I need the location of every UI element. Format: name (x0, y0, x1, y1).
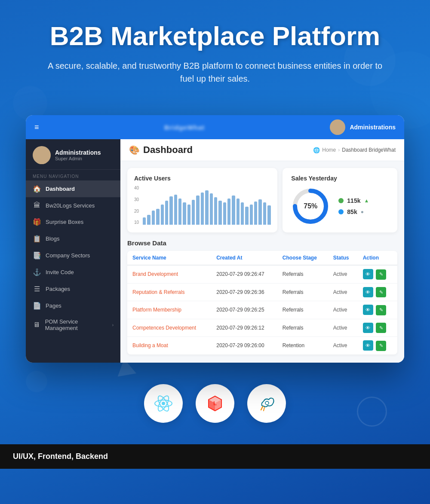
chart-title: Active Users (134, 175, 270, 182)
donut-chart: 75% (291, 187, 330, 226)
status-badge: Active (333, 289, 347, 295)
service-link[interactable]: Building a Moat (132, 342, 168, 348)
cell-action: 👁 ✎ (358, 319, 397, 337)
sidebar-item-blogs[interactable]: 📋 Blogs (26, 230, 120, 247)
page-subtitle: A secure, scalable, and trustworthy B2B … (47, 59, 383, 85)
table-row: Building a Moat 2020-07-29 09:26:00 Rete… (127, 337, 397, 354)
table-row: Platform Membership 2020-07-29 09:26:25 … (127, 301, 397, 319)
cell-status: Active (328, 283, 358, 301)
sidebar-item-label: Invite Code (46, 269, 74, 275)
sidebar-nav: 🏠 Dashboard 🏛 Bw20Logs Services 🎁 Surpri… (26, 180, 120, 363)
cell-service: Reputation & Referrals (127, 283, 211, 301)
cell-service: Competences Development (127, 319, 211, 337)
sidebar-item-packages[interactable]: ☰ Packages (26, 281, 120, 297)
packages-icon: ☰ (33, 285, 41, 293)
topbar-admin-name: Administrations (350, 124, 396, 131)
bar-item (263, 202, 266, 225)
sidebar-item-surprise[interactable]: 🎁 Surprise Boxes (26, 214, 120, 230)
breadcrumb-home: Home (322, 147, 336, 153)
sidebar-item-label: Bw20Logs Services (46, 202, 95, 209)
bar-item (214, 197, 217, 225)
status-badge: Active (333, 271, 347, 277)
table-row: Reputation & Referrals 2020-07-29 09:26:… (127, 283, 397, 301)
logs-icon: 🏛 (33, 202, 41, 209)
bar-item (241, 202, 244, 225)
hamburger-icon[interactable]: ≡ (34, 123, 39, 132)
legend-item-115k: 115k ▲ (338, 197, 369, 204)
service-link[interactable]: Reputation & Referrals (132, 289, 184, 295)
edit-button[interactable]: ✎ (376, 305, 386, 315)
view-button[interactable]: 👁 (363, 287, 373, 297)
stats-row: Active Users 40 30 20 10 (120, 161, 404, 232)
laravel-icon: L (205, 394, 225, 413)
topbar-right: Administrations (330, 119, 396, 135)
edit-button[interactable]: ✎ (376, 269, 386, 280)
bar-item (143, 217, 146, 225)
pages-icon: 📄 (33, 302, 41, 310)
cell-service: Building a Moat (127, 337, 211, 354)
edit-button[interactable]: ✎ (376, 323, 386, 333)
sidebar-item-company-sectors[interactable]: 📑 Company Sectors (26, 247, 120, 264)
chevron-right-icon: › (112, 323, 114, 327)
bar-item (147, 215, 150, 225)
service-link[interactable]: Brand Development (132, 271, 178, 277)
y-axis-labels: 40 30 20 10 (134, 186, 139, 225)
sidebar-user-info: Administrations Super Admin (55, 149, 101, 161)
app-logo: BridgeWhat (164, 124, 205, 131)
sidebar-item-pom-service[interactable]: 🖥 POM Service Management › (26, 314, 120, 336)
browse-data-section: Browse Data Service Name Created At Choo… (120, 232, 404, 363)
status-badge: Active (333, 325, 347, 331)
svg-point-1 (333, 128, 342, 135)
bar-item (161, 205, 164, 225)
dashboard-icon: 🎨 (129, 145, 140, 155)
svg-point-11 (265, 401, 269, 405)
status-badge: Active (333, 342, 347, 348)
sidebar-item-label: POM Service Management (45, 318, 108, 331)
y-label-40: 40 (134, 186, 139, 190)
active-users-card: Active Users 40 30 20 10 (127, 168, 277, 232)
cell-service: Platform Membership (127, 301, 211, 319)
cell-stage: Referrals (277, 301, 328, 319)
view-button[interactable]: 👁 (363, 323, 373, 333)
app-window: ≡ BridgeWhat Administrations (26, 115, 404, 363)
sidebar-item-pages[interactable]: 📄 Pages (26, 297, 120, 314)
service-link[interactable]: Competences Development (132, 325, 196, 331)
bars-area (143, 186, 270, 225)
cell-action: 👁 ✎ (358, 337, 397, 354)
view-button[interactable]: 👁 (363, 305, 373, 315)
edit-button[interactable]: ✎ (376, 287, 386, 297)
sidebar-item-bw20logs[interactable]: 🏛 Bw20Logs Services (26, 197, 120, 214)
svg-point-3 (36, 156, 47, 164)
sidebar-item-invite-code[interactable]: ⚓ Invite Code (26, 264, 120, 281)
legend-label-115k: 115k (347, 197, 360, 204)
header-section: B2B Marketplace Platform A secure, scala… (0, 0, 430, 115)
surprise-icon: 🎁 (33, 218, 41, 226)
browse-data-title: Browse Data (127, 239, 397, 247)
status-badge: Active (333, 307, 347, 313)
sidebar-item-dashboard[interactable]: 🏠 Dashboard (26, 180, 120, 197)
app-topbar: ≡ BridgeWhat Administrations (26, 115, 404, 139)
bar-item (223, 202, 226, 225)
bar-item (236, 199, 240, 225)
sidebar-username: Administrations (55, 149, 101, 156)
breadcrumb: 🌐 Home › Dashboard BridgeWhat (313, 147, 396, 153)
service-link[interactable]: Platform Membership (132, 307, 181, 313)
main-content: 🎨 Dashboard 🌐 Home › Dashboard BridgeWha… (120, 139, 404, 363)
topbar-avatar (330, 119, 345, 135)
col-choose-stage: Choose Stage (277, 251, 328, 265)
company-sectors-icon: 📑 (33, 251, 41, 260)
bar-item (178, 199, 181, 225)
cell-action: 👁 ✎ (358, 265, 397, 283)
sidebar: Administrations Super Admin Menu Navigat… (26, 139, 120, 363)
legend-label-85k: 85k (347, 208, 357, 215)
view-button[interactable]: 👁 (363, 269, 373, 279)
sales-legend: 115k ▲ 85k ● (338, 197, 369, 215)
cell-service: Brand Development (127, 265, 211, 283)
page-title: B2B Marketplace Platform (26, 21, 404, 51)
table-row: Brand Development 2020-07-29 09:26:47 Re… (127, 265, 397, 283)
col-action: Action (358, 251, 397, 265)
view-button[interactable]: 👁 (363, 340, 373, 351)
edit-button[interactable]: ✎ (376, 341, 386, 351)
breadcrumb-home-icon: 🌐 (313, 147, 320, 153)
dashboard-header: 🎨 Dashboard 🌐 Home › Dashboard BridgeWha… (120, 139, 404, 161)
